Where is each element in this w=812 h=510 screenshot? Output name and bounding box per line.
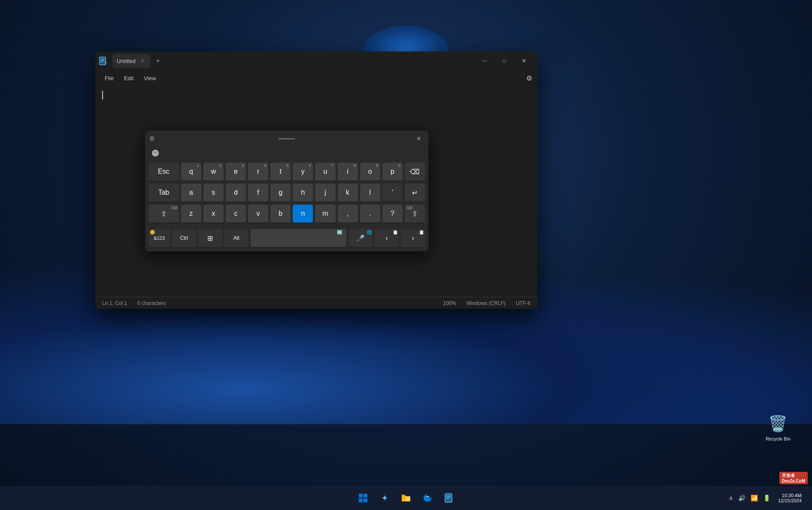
svg-rect-9	[445, 494, 452, 502]
tray-arrow-icon[interactable]: ∧	[727, 493, 735, 503]
key-question[interactable]: ?	[382, 205, 403, 223]
menu-edit[interactable]: Edit	[120, 73, 138, 83]
recycle-bin-graphic: 🗑️	[767, 413, 789, 435]
file-explorer-icon[interactable]	[397, 489, 415, 507]
key-g[interactable]: g	[270, 184, 291, 202]
tray-network-icon[interactable]: 📶	[749, 493, 760, 503]
key-backspace[interactable]: ⌫	[405, 163, 425, 181]
key-arrow-left[interactable]: 📋 ‹	[375, 229, 399, 248]
key-alt[interactable]: Alt	[224, 229, 248, 248]
key-row-3: ⌨ ⇧ z x c v b n m	[148, 205, 425, 223]
tab-close-button[interactable]: ×	[139, 57, 146, 64]
line-ending[interactable]: Windows (CRLF)	[467, 300, 506, 306]
cursor-position: Ln 1, Col 1	[102, 300, 127, 306]
keyboard-drag-handle[interactable]	[278, 138, 295, 139]
key-esc[interactable]: Esc	[148, 163, 179, 181]
title-bar: Untitled × + ─ □ ✕	[95, 51, 537, 70]
svg-rect-7	[402, 495, 404, 496]
menu-view[interactable]: View	[139, 73, 160, 83]
key-e[interactable]: 3 e	[226, 163, 246, 181]
key-q[interactable]: 1 q	[181, 163, 201, 181]
key-v[interactable]: v	[248, 205, 268, 223]
clock-time: 10:30 AM	[778, 493, 802, 498]
key-y[interactable]: 6 y	[293, 163, 313, 181]
devze-badge: 开发者DevZe.CoM	[779, 472, 808, 484]
tray-speaker-icon[interactable]: 🔊	[736, 493, 747, 503]
key-p[interactable]: 0 p	[382, 163, 403, 181]
keyboard-toolbar	[145, 146, 428, 160]
key-k[interactable]: k	[338, 184, 358, 202]
keyboard-bottom-row: 😊 &123 Ctrl ⊞ Alt 🔤 🌐 🎤 📋 ‹ 📋 ›	[145, 229, 428, 251]
svg-rect-6	[402, 495, 406, 501]
edge-browser-icon[interactable]	[418, 489, 437, 507]
taskbar: ✦ ∧ 🔊 �	[0, 486, 812, 510]
key-s[interactable]: s	[203, 184, 224, 202]
key-h[interactable]: h	[293, 184, 313, 202]
status-bar: Ln 1, Col 1 0 characters 100% Windows (C…	[95, 297, 537, 309]
keyboard-header: ⚙ ✕	[145, 131, 428, 146]
menu-bar: File Edit View ⚙	[95, 70, 537, 86]
key-comma[interactable]: ,	[338, 205, 358, 223]
key-i[interactable]: 8 i	[338, 163, 358, 181]
new-tab-button[interactable]: +	[152, 55, 164, 67]
key-m[interactable]: m	[315, 205, 335, 223]
key-l[interactable]: l	[360, 184, 380, 202]
key-u[interactable]: 7 u	[315, 163, 335, 181]
system-tray: ∧ 🔊 📶 🔋	[727, 493, 772, 503]
notepad-taskbar-icon[interactable]	[439, 489, 458, 507]
key-c[interactable]: c	[226, 205, 246, 223]
menu-file[interactable]: File	[100, 73, 118, 83]
tab-title: Untitled	[117, 58, 136, 64]
svg-rect-0	[100, 57, 106, 65]
key-row-1: Esc 1 q 2 w 3 e 4 r 5 t 6	[148, 163, 425, 181]
key-n[interactable]: n	[293, 205, 313, 223]
keyboard-close-button[interactable]: ✕	[414, 133, 424, 144]
key-d[interactable]: d	[226, 184, 246, 202]
key-j[interactable]: j	[315, 184, 335, 202]
clock-date: 12/15/2024	[778, 498, 802, 503]
key-period[interactable]: .	[360, 205, 380, 223]
key-microphone[interactable]: 🌐 🎤	[348, 229, 373, 248]
key-f[interactable]: f	[248, 184, 268, 202]
encoding[interactable]: UTF-8	[516, 300, 530, 306]
key-apostrophe[interactable]: '	[382, 184, 403, 202]
key-o[interactable]: 9 o	[360, 163, 380, 181]
taskbar-right: ∧ 🔊 📶 🔋 10:30 AM 12/15/2024	[727, 491, 805, 505]
clock-area[interactable]: 10:30 AM 12/15/2024	[775, 491, 805, 505]
minimize-button[interactable]: ─	[475, 54, 494, 68]
key-x[interactable]: x	[203, 205, 224, 223]
settings-gear-icon[interactable]: ⚙	[526, 74, 532, 82]
key-symbols[interactable]: 😊 &123	[148, 229, 170, 248]
key-b[interactable]: b	[270, 205, 291, 223]
keyboard-settings-icon[interactable]: ⚙	[149, 135, 155, 142]
key-w[interactable]: 2 w	[203, 163, 224, 181]
key-arrow-right[interactable]: 📋 ›	[401, 229, 425, 248]
taskbar-center: ✦	[354, 489, 458, 507]
touch-keyboard: ⚙ ✕ Esc 1 q 2 w 3 e	[145, 131, 428, 251]
close-button[interactable]: ✕	[514, 54, 534, 68]
tray-battery-icon[interactable]: 🔋	[761, 493, 772, 503]
key-z[interactable]: z	[181, 205, 201, 223]
key-t[interactable]: 5 t	[270, 163, 291, 181]
start-button[interactable]	[354, 489, 373, 507]
svg-rect-8	[406, 496, 410, 501]
key-tab[interactable]: Tab	[148, 184, 179, 202]
recycle-bin-label: Recycle Bin	[766, 436, 791, 441]
recycle-bin-icon[interactable]: 🗑️ Recycle Bin	[766, 413, 791, 441]
key-a[interactable]: a	[181, 184, 201, 202]
window-controls: ─ □ ✕	[475, 54, 534, 68]
character-count: 0 characters	[137, 300, 166, 306]
key-r[interactable]: 4 r	[248, 163, 268, 181]
zoom-level[interactable]: 100%	[443, 300, 456, 306]
copilot-icon[interactable]: ✦	[375, 489, 394, 507]
key-windows[interactable]: ⊞	[198, 229, 222, 248]
key-space[interactable]: 🔤	[251, 229, 347, 248]
key-shift-left[interactable]: ⌨ ⇧	[148, 205, 179, 223]
key-ctrl[interactable]: Ctrl	[172, 229, 196, 248]
maximize-button[interactable]: □	[494, 54, 514, 68]
emoji-button[interactable]	[149, 147, 161, 159]
notepad-app-icon	[99, 56, 109, 66]
notepad-tab[interactable]: Untitled ×	[112, 54, 150, 68]
key-enter[interactable]: ↵	[405, 184, 425, 202]
key-shift-right[interactable]: ⌨ ⇧	[405, 205, 425, 223]
